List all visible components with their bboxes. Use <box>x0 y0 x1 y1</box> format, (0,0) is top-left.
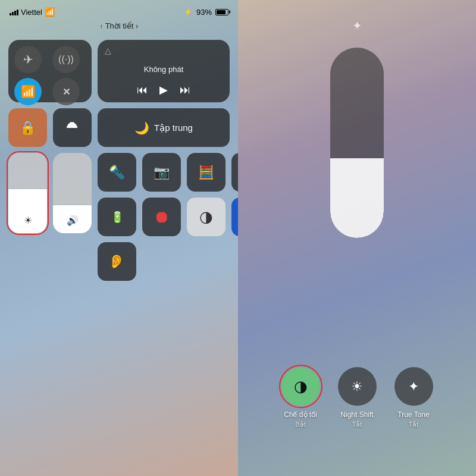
true-tone-label: True Tone Tắt <box>397 411 429 428</box>
cellular-button[interactable]: ((·)) <box>52 46 80 73</box>
wifi-button[interactable]: 📶 <box>14 78 42 105</box>
location-icon: ↑ <box>100 23 104 30</box>
bluetooth-icon: ✕ <box>62 86 70 98</box>
play-button[interactable]: ▶ <box>159 83 168 96</box>
night-shift-circle[interactable]: ☀ <box>338 367 377 406</box>
big-slider-fill <box>330 158 384 238</box>
connectivity-block: ✈ ((·)) 📶 ✕ <box>8 40 92 102</box>
true-tone-control[interactable]: ✦ True Tone Tắt <box>394 367 433 428</box>
weather-arrow: › <box>136 21 138 30</box>
hearing-icon: 👂 <box>108 254 124 270</box>
true-tone-icon: ✦ <box>408 379 419 394</box>
night-shift-control[interactable]: ☀ Night Shift Tắt <box>338 367 377 428</box>
sliders-and-grid: ☀ 🔊 🔦 📷 🧮 ⏰ <box>8 153 230 281</box>
charge-icon: ⚡ <box>184 8 193 16</box>
bluetooth-button[interactable]: ✕ <box>52 78 80 105</box>
hearing-button[interactable]: 👂 <box>98 242 136 281</box>
camera-button[interactable]: 📷 <box>142 153 181 192</box>
true-tone-text: True Tone <box>397 411 429 419</box>
wifi-icon: 📶 <box>45 7 55 17</box>
screen-mirror-button[interactable]: ⯊ <box>53 108 92 147</box>
brightness-sun-icon: ✦ <box>352 18 362 33</box>
rotation-lock-button[interactable]: 🔒 <box>8 108 47 147</box>
weather-label: Thời tiết <box>105 21 134 30</box>
calculator-icon: 🧮 <box>198 165 214 180</box>
focus-moon-icon: 🌙 <box>134 121 149 135</box>
top-row: ✈ ((·)) 📶 ✕ △ Không phát <box>8 40 230 102</box>
battery-case-icon: 🔋 <box>111 211 124 224</box>
prev-track-button[interactable]: ⏮ <box>137 84 148 96</box>
media-block: △ Không phát ⏮ ▶ ⏭ <box>98 40 230 102</box>
voice-memo-button[interactable]: ⏺ <box>142 198 181 236</box>
flashlight-icon: 🔦 <box>109 165 125 180</box>
battery-case-button[interactable]: 🔋 <box>98 198 136 236</box>
dark-mode-circle-icon: ◑ <box>294 377 308 396</box>
airplane-icon: ✈ <box>23 52 33 67</box>
rotation-lock-icon: 🔒 <box>20 120 36 136</box>
wifi-button-icon: 📶 <box>21 84 36 99</box>
media-title: Không phát <box>105 65 223 74</box>
big-brightness-slider[interactable] <box>330 48 384 238</box>
media-controls: ⏮ ▶ ⏭ <box>105 83 223 96</box>
true-tone-sub: Tắt <box>397 420 429 428</box>
dark-mode-circle[interactable]: ◑ <box>281 367 320 406</box>
brightness-slider[interactable]: ☀ <box>8 153 47 233</box>
calculator-button[interactable]: 🧮 <box>187 153 226 192</box>
cellular-icon: ((·)) <box>58 54 74 65</box>
dark-mode-label: Chế độ tối Bật <box>284 411 317 428</box>
status-left: Viettel 📶 <box>10 7 55 17</box>
status-bar: Viettel 📶 ⚡ 93% <box>0 0 238 20</box>
voice-memo-icon: ⏺ <box>154 207 170 227</box>
signal-bars-icon <box>10 8 18 15</box>
dark-mode-grid-icon: ◑ <box>199 208 213 226</box>
right-panel: ✦ ◑ Chế độ tối Bật ☀ Night Shift Tắt <box>238 0 476 476</box>
weather-bar[interactable]: ↑ Thời tiết › <box>0 20 238 35</box>
flashlight-button[interactable]: 🔦 <box>98 153 136 192</box>
next-track-button[interactable]: ⏭ <box>180 84 190 96</box>
night-shift-text: Night Shift <box>340 411 373 419</box>
night-shift-icon: ☀ <box>351 379 363 394</box>
dark-mode-grid-button[interactable]: ◑ <box>187 198 226 236</box>
volume-slider[interactable]: 🔊 <box>53 153 92 233</box>
bottom-controls: ◑ Chế độ tối Bật ☀ Night Shift Tắt ✦ Tru… <box>281 367 433 428</box>
camera-icon: 📷 <box>154 165 170 180</box>
battery-icon <box>215 9 228 15</box>
airplane-mode-button[interactable]: ✈ <box>14 46 42 73</box>
dark-mode-sub: Bật <box>284 420 317 428</box>
screen-mirror-icon: ⯊ <box>66 120 79 136</box>
sliders-pair: ☀ 🔊 <box>8 153 92 233</box>
middle-row: 🔒 ⯊ 🌙 Tập trung <box>8 108 230 147</box>
carrier-label: Viettel <box>21 8 42 17</box>
volume-icon: 🔊 <box>67 215 79 226</box>
brightness-icon: ☀ <box>24 215 32 226</box>
dark-mode-control[interactable]: ◑ Chế độ tối Bật <box>281 367 320 428</box>
focus-button[interactable]: 🌙 Tập trung <box>98 108 230 147</box>
status-right: ⚡ 93% <box>184 8 228 17</box>
dark-mode-text: Chế độ tối <box>284 411 317 419</box>
night-shift-label: Night Shift Tắt <box>340 411 373 428</box>
media-top: △ <box>105 46 223 55</box>
night-shift-sub: Tắt <box>340 420 373 428</box>
control-center-content: ✈ ((·)) 📶 ✕ △ Không phát <box>0 35 238 286</box>
true-tone-circle[interactable]: ✦ <box>394 367 433 406</box>
focus-label: Tập trung <box>154 123 193 133</box>
left-panel: Viettel 📶 ⚡ 93% ↑ Thời tiết › ✈ <box>0 0 238 476</box>
battery-label: 93% <box>196 8 212 17</box>
airplay-icon[interactable]: △ <box>105 46 111 55</box>
